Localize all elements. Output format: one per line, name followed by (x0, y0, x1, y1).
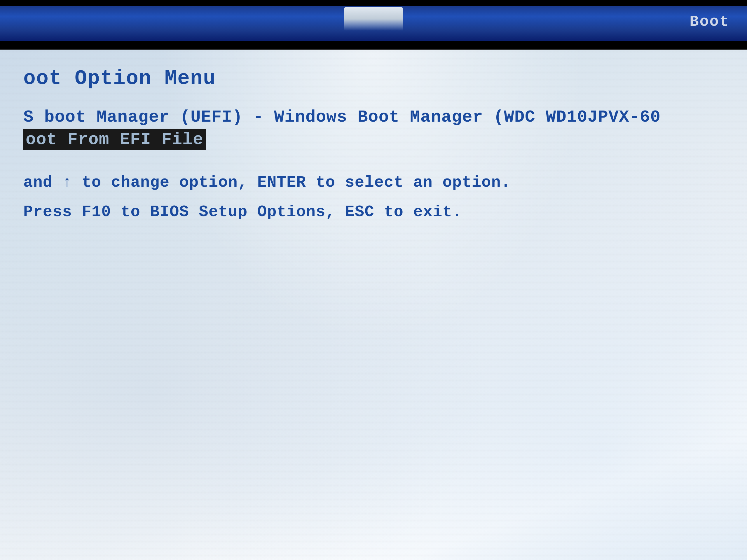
arrow-instruction-line: and ↑ to change option, ENTER to select … (23, 174, 724, 191)
menu-items-container: S boot Manager (UEFI) - Windows Boot Man… (23, 108, 724, 150)
main-content: oot Option Menu S boot Manager (UEFI) - … (0, 50, 747, 560)
instructions-container: and ↑ to change option, ENTER to select … (23, 174, 724, 221)
menu-title: oot Option Menu (23, 67, 724, 90)
menu-item-uefi[interactable]: S boot Manager (UEFI) - Windows Boot Man… (23, 108, 724, 127)
menu-item-efi-file-text: oot From EFI File (23, 129, 206, 150)
f10-instruction-line: Press F10 to BIOS Setup Options, ESC to … (23, 203, 724, 221)
menu-item-efi-file[interactable]: oot From EFI File (23, 129, 724, 150)
menu-item-uefi-text: S boot Manager (UEFI) - Windows Boot Man… (23, 108, 661, 127)
boot-tab-label: Boot (690, 13, 729, 30)
top-bar: Boot (0, 0, 747, 50)
light-reflection (344, 7, 403, 31)
bios-screen: Boot oot Option Menu S boot Manager (UEF… (0, 0, 747, 560)
